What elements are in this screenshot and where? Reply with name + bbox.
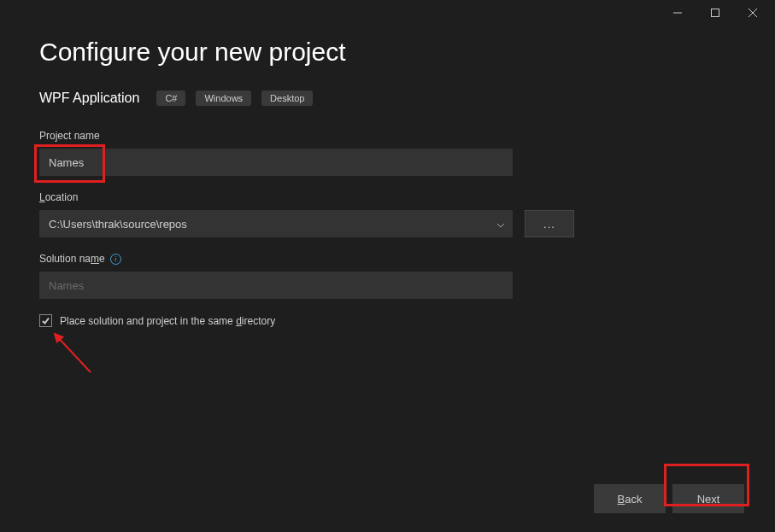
template-name: WPF Application <box>39 91 139 106</box>
minimize-button[interactable] <box>659 0 696 26</box>
project-name-group: Project name <box>39 130 736 176</box>
solution-name-group: Solution name i <box>39 253 736 299</box>
same-directory-label: Place solution and project in the same d… <box>60 315 275 327</box>
same-directory-row[interactable]: Place solution and project in the same d… <box>39 314 736 327</box>
close-button[interactable] <box>734 0 772 26</box>
info-icon[interactable]: i <box>110 254 121 265</box>
project-name-label: Project name <box>39 130 736 142</box>
tag-windows: Windows <box>196 91 251 106</box>
svg-line-5 <box>55 334 91 372</box>
content-area: Configure your new project WPF Applicati… <box>0 26 775 327</box>
location-input[interactable] <box>39 210 513 237</box>
maximize-button[interactable] <box>696 0 734 26</box>
project-name-input[interactable] <box>39 149 513 176</box>
back-button[interactable]: Back <box>594 484 666 513</box>
annotation-arrow-icon <box>48 330 99 381</box>
footer-buttons: Back Next <box>594 484 744 513</box>
svg-rect-1 <box>712 9 719 17</box>
tag-desktop: Desktop <box>261 91 313 106</box>
template-row: WPF Application C# Windows Desktop <box>39 91 736 106</box>
titlebar <box>0 0 775 26</box>
location-group: Location ... <box>39 191 736 237</box>
next-button[interactable]: Next <box>672 484 744 513</box>
same-directory-checkbox[interactable] <box>39 314 52 327</box>
location-label: Location <box>39 191 736 203</box>
solution-name-label: Solution name i <box>39 253 736 265</box>
solution-name-input <box>39 272 513 299</box>
tag-csharp: C# <box>156 91 185 106</box>
browse-button[interactable]: ... <box>525 210 574 237</box>
page-title: Configure your new project <box>39 38 736 67</box>
